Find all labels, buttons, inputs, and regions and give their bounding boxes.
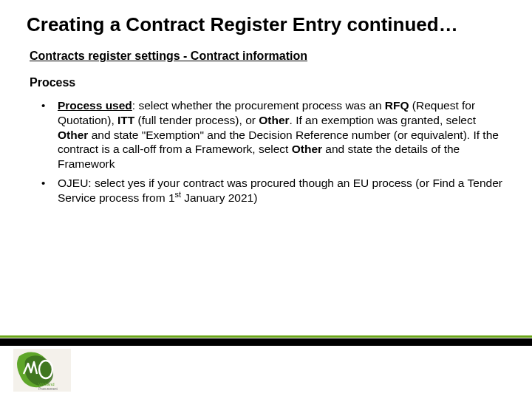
section-heading: Process bbox=[0, 72, 532, 98]
bullet-label: Process used bbox=[58, 99, 132, 112]
term-other: Other bbox=[259, 114, 289, 126]
footer-divider bbox=[0, 338, 532, 346]
bullet-ojeu: OJEU: select yes if your contract was pr… bbox=[41, 176, 502, 205]
svg-text:Welland: Welland bbox=[38, 382, 55, 386]
slide: Creating a Contract Register Entry conti… bbox=[0, 0, 532, 399]
text: (full tender process), or bbox=[134, 114, 259, 126]
term-rfq: RFQ bbox=[385, 99, 409, 112]
slide-title: Creating a Contract Register Entry conti… bbox=[0, 0, 532, 44]
text: January 2021) bbox=[181, 191, 257, 204]
term-other: Other bbox=[292, 143, 322, 155]
slide-subtitle: Contracts register settings - Contract i… bbox=[0, 44, 532, 72]
svg-text:Procurement: Procurement bbox=[38, 387, 58, 391]
ordinal-suffix: st bbox=[175, 190, 181, 199]
text: : select whether the procurement process… bbox=[132, 99, 385, 112]
term-other: Other bbox=[58, 129, 88, 141]
welland-logo: Welland Procurement bbox=[13, 349, 71, 392]
welland-logo-icon: Welland Procurement bbox=[13, 349, 71, 392]
bullet-list: Process used: select whether the procure… bbox=[0, 98, 532, 205]
term-itt: ITT bbox=[117, 114, 134, 126]
bullet-process-used: Process used: select whether the procure… bbox=[41, 98, 502, 171]
text: . If an exemption was granted, select bbox=[290, 114, 476, 126]
text: OJEU: select yes if your contract was pr… bbox=[58, 177, 502, 204]
